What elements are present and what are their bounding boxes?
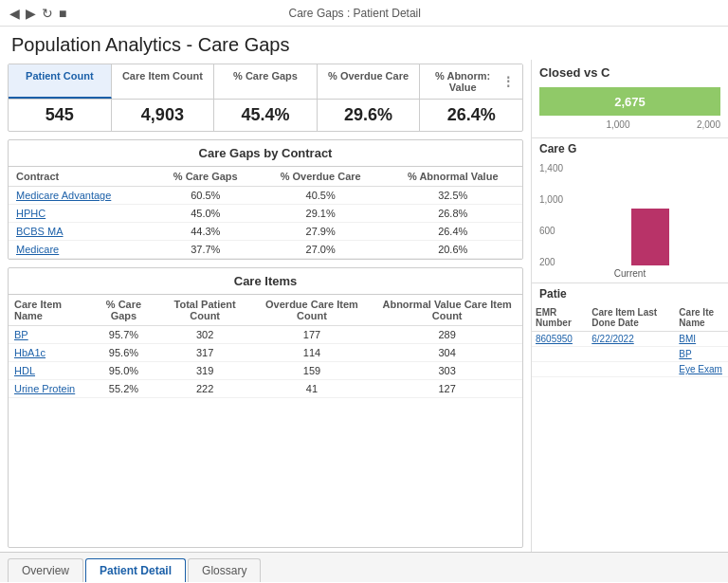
contract-section: Care Gaps by Contract Contract % Care Ga… bbox=[8, 139, 523, 260]
item-cell-pct: 95.7% bbox=[89, 326, 157, 344]
bar-x-label: Current bbox=[532, 268, 728, 279]
contract-cell-overdue: 40.5% bbox=[258, 187, 384, 205]
contract-cell-gaps: 44.3% bbox=[154, 223, 258, 241]
window-title: Care Gaps : Patient Detail bbox=[289, 7, 421, 20]
item-cell-pct: 95.0% bbox=[89, 362, 157, 380]
contract-col-header-contract: Contract bbox=[9, 167, 154, 187]
pt-cell-emr[interactable]: 8605950 bbox=[532, 332, 588, 347]
contract-cell-gaps: 37.7% bbox=[154, 241, 258, 259]
val-patient-count: 545 bbox=[9, 100, 112, 131]
items-col-abnormal: Abnormal Value Care Item Count bbox=[372, 295, 522, 326]
pt-cell-date bbox=[588, 347, 675, 362]
tab-patient-detail[interactable]: Patient Detail bbox=[85, 558, 186, 582]
y-label-1000: 1,000 bbox=[539, 194, 563, 205]
contract-cell-name[interactable]: HPHC bbox=[9, 205, 154, 223]
forward-icon[interactable]: ▶ bbox=[26, 6, 36, 21]
right-panel: Closed vs C 2,675 1,000 2,000 Care G 1,4… bbox=[531, 60, 728, 552]
care-g-bar-area: 1,400 1,000 600 200 Current bbox=[532, 159, 728, 282]
tabs-container: OverviewPatient DetailGlossary bbox=[8, 558, 263, 582]
items-col-total: Total Patient Count bbox=[158, 295, 252, 326]
item-cell-overdue: 114 bbox=[252, 344, 373, 362]
contract-cell-name[interactable]: BCBS MA bbox=[9, 223, 154, 241]
item-cell-abnormal: 127 bbox=[372, 380, 522, 398]
bottom-tabs: OverviewPatient DetailGlossary bbox=[0, 552, 728, 582]
contract-cell-overdue: 27.0% bbox=[258, 241, 384, 259]
axis-label-2000: 2,000 bbox=[697, 119, 720, 130]
care-g-title: Care G bbox=[532, 137, 728, 159]
summary-col-abnormal[interactable]: % Abnorm: Value ⋮ bbox=[420, 64, 522, 99]
item-cell-name[interactable]: BP bbox=[9, 326, 89, 344]
items-col-overdue: Overdue Care Item Count bbox=[252, 295, 373, 326]
item-cell-name[interactable]: HbA1c bbox=[9, 344, 89, 362]
summary-col-care-gaps[interactable]: % Care Gaps bbox=[214, 64, 318, 99]
y-label-200: 200 bbox=[539, 257, 563, 267]
item-cell-pct: 55.2% bbox=[89, 380, 157, 398]
summary-col-care-gaps-header: % Care Gaps bbox=[222, 70, 309, 82]
back-icon[interactable]: ◀ bbox=[9, 6, 20, 21]
grid-icon[interactable]: ■ bbox=[59, 6, 66, 21]
contract-cell-abnormal: 26.4% bbox=[383, 223, 522, 241]
contract-cell-name[interactable]: Medicare Advantage bbox=[9, 187, 154, 205]
contract-table-row: HPHC 45.0% 29.1% 26.8% bbox=[9, 205, 522, 223]
pt-cell-item[interactable]: BMI bbox=[675, 332, 728, 347]
item-cell-name[interactable]: HDL bbox=[9, 362, 89, 380]
contract-cell-overdue: 29.1% bbox=[258, 205, 384, 223]
closed-bar-chart: 2,675 1,000 2,000 bbox=[532, 83, 728, 137]
items-section: Care Items Care Item Name % Care Gaps To… bbox=[8, 267, 523, 548]
items-table: Care Item Name % Care Gaps Total Patient… bbox=[9, 295, 522, 398]
items-col-gaps: % Care Gaps bbox=[89, 295, 157, 326]
pt-cell-emr bbox=[532, 347, 588, 362]
contract-table: Contract % Care Gaps % Overdue Care % Ab… bbox=[9, 167, 522, 259]
items-table-row: HbA1c 95.6% 317 114 304 bbox=[9, 344, 522, 362]
items-table-row: BP 95.7% 302 177 289 bbox=[9, 326, 522, 344]
pt-cell-item[interactable]: BP bbox=[675, 347, 728, 362]
main-layout: Patient Count Care Item Count % Care Gap… bbox=[0, 60, 728, 552]
pt-cell-date[interactable]: 6/22/2022 bbox=[588, 332, 675, 347]
patient-table: EMR Number Care Item Last Done Date Care… bbox=[532, 304, 728, 377]
contract-col-header-gaps: % Care Gaps bbox=[154, 167, 258, 187]
summary-col-patient-count[interactable]: Patient Count bbox=[9, 64, 112, 99]
summary-col-patient-count-header: Patient Count bbox=[16, 70, 103, 82]
bar-axis: 1,000 2,000 bbox=[539, 119, 720, 134]
val-abnormal: 26.4% bbox=[420, 100, 522, 131]
item-cell-name[interactable]: Urine Protein bbox=[9, 380, 89, 398]
care-g-y-axis: 1,400 1,000 600 200 bbox=[539, 163, 563, 267]
left-panel: Patient Count Care Item Count % Care Gap… bbox=[0, 60, 531, 552]
val-care-item: 4,903 bbox=[112, 100, 215, 131]
options-icon[interactable]: ⋮ bbox=[501, 74, 515, 89]
refresh-icon[interactable]: ↻ bbox=[42, 6, 53, 21]
summary-col-abnormal-header: % Abnorm: Value bbox=[428, 70, 498, 93]
pt-col-emr: EMR Number bbox=[532, 304, 588, 332]
item-cell-total: 317 bbox=[158, 344, 252, 362]
items-section-title: Care Items bbox=[9, 268, 522, 295]
contract-cell-gaps: 60.5% bbox=[154, 187, 258, 205]
pt-col-date: Care Item Last Done Date bbox=[588, 304, 675, 332]
summary-section: Patient Count Care Item Count % Care Gap… bbox=[8, 64, 523, 132]
closed-green-bar: 2,675 bbox=[539, 87, 720, 116]
patient-table-row: Eye Exam bbox=[532, 362, 728, 377]
summary-col-overdue[interactable]: % Overdue Care bbox=[318, 64, 421, 99]
tab-glossary[interactable]: Glossary bbox=[188, 558, 261, 582]
summary-col-overdue-header: % Overdue Care bbox=[325, 70, 412, 82]
pt-cell-date bbox=[588, 362, 675, 377]
page-title-bar: Population Analytics - Care Gaps bbox=[0, 27, 728, 60]
y-label-600: 600 bbox=[539, 226, 563, 236]
nav-controls: ◀ ▶ ↻ ■ bbox=[9, 6, 66, 21]
pt-col-item: Care Ite Name bbox=[675, 304, 728, 332]
contract-table-row: Medicare 37.7% 27.0% 20.6% bbox=[9, 241, 522, 259]
tab-overview[interactable]: Overview bbox=[8, 558, 83, 582]
items-col-name: Care Item Name bbox=[9, 295, 89, 326]
summary-values: 545 4,903 45.4% 29.6% 26.4% bbox=[9, 100, 522, 131]
contract-cell-name[interactable]: Medicare bbox=[9, 241, 154, 259]
item-cell-abnormal: 303 bbox=[372, 362, 522, 380]
val-care-gaps: 45.4% bbox=[214, 100, 318, 131]
pt-cell-item[interactable]: Eye Exam bbox=[675, 362, 728, 377]
y-label-1400: 1,400 bbox=[539, 163, 563, 173]
contract-section-title: Care Gaps by Contract bbox=[9, 140, 522, 167]
page-title: Population Analytics - Care Gaps bbox=[11, 34, 717, 56]
val-overdue: 29.6% bbox=[318, 100, 421, 131]
contract-cell-overdue: 27.9% bbox=[258, 223, 384, 241]
patient-table-row: BP bbox=[532, 347, 728, 362]
pink-bar bbox=[631, 209, 669, 265]
summary-col-care-item[interactable]: Care Item Count bbox=[112, 64, 215, 99]
